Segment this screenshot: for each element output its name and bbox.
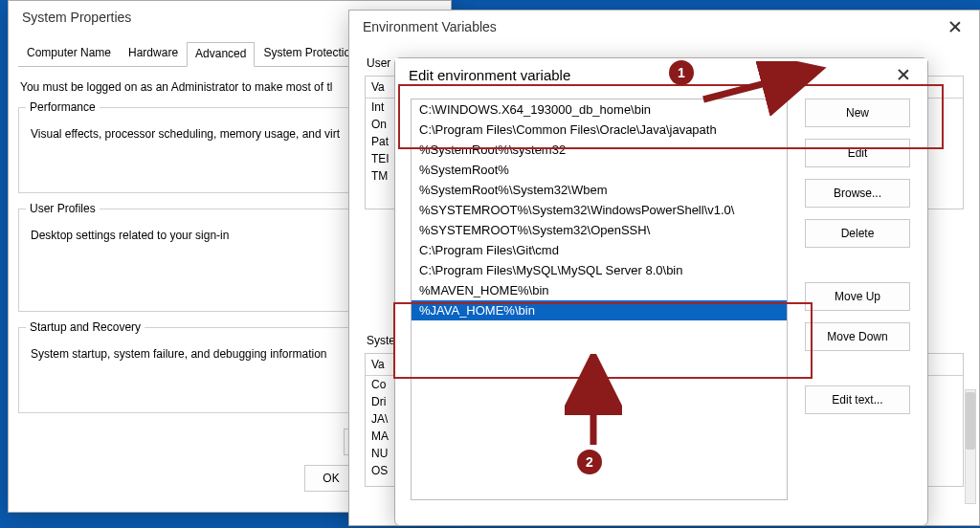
list-item[interactable]: %SystemRoot%\System32\Wbem: [412, 180, 787, 200]
scrollbar[interactable]: [965, 389, 976, 504]
list-item[interactable]: %SystemRoot%\system32: [412, 140, 787, 160]
list-item[interactable]: C:\Program Files\Common Files\Oracle\Jav…: [412, 120, 787, 140]
edit-environment-variable-window: Edit environment variable C:\WINDOWS.X64…: [394, 57, 928, 526]
user-profiles-group-title: User Profiles: [26, 202, 100, 215]
list-item[interactable]: %JAVA_HOME%\bin: [412, 300, 787, 320]
close-icon[interactable]: [939, 13, 971, 40]
startup-recovery-group-title: Startup and Recovery: [26, 320, 145, 334]
list-item[interactable]: C:\Program Files\Git\cmd: [412, 240, 787, 260]
close-icon[interactable]: [887, 61, 920, 88]
list-item[interactable]: C:\WINDOWS.X64_193000_db_home\bin: [412, 99, 787, 120]
edit-variable-titlebar[interactable]: Edit environment variable: [395, 58, 927, 91]
list-item[interactable]: C:\Program Files\MySQL\MySQL Server 8.0\…: [412, 260, 787, 280]
list-item[interactable]: %SYSTEMROOT%\System32\OpenSSH\: [412, 220, 787, 240]
edit-text-button[interactable]: Edit text...: [805, 385, 910, 414]
environment-variables-title: Environment Variables: [363, 19, 497, 34]
edit-button[interactable]: Edit: [805, 139, 910, 167]
list-item[interactable]: %SYSTEMROOT%\System32\WindowsPowerShell\…: [412, 200, 787, 220]
list-item[interactable]: %MAVEN_HOME%\bin: [412, 280, 787, 300]
edit-variable-button-column: New Edit Browse... Delete Move Up Move D…: [805, 99, 910, 500]
list-item[interactable]: %SystemRoot%: [412, 160, 787, 180]
system-properties-title: System Properties: [22, 10, 131, 25]
delete-button[interactable]: Delete: [805, 219, 910, 248]
path-list[interactable]: C:\WINDOWS.X64_193000_db_home\bin C:\Pro…: [411, 99, 788, 500]
edit-variable-body: C:\WINDOWS.X64_193000_db_home\bin C:\Pro…: [395, 91, 927, 517]
tab-hardware[interactable]: Hardware: [120, 41, 187, 66]
environment-variables-titlebar[interactable]: Environment Variables: [349, 11, 979, 43]
tab-computer-name[interactable]: Computer Name: [18, 41, 120, 66]
move-up-button[interactable]: Move Up: [805, 282, 910, 311]
callout-1: 1: [669, 60, 694, 85]
move-down-button[interactable]: Move Down: [805, 322, 910, 351]
edit-variable-title: Edit environment variable: [409, 67, 570, 83]
callout-2: 2: [577, 450, 602, 474]
new-button[interactable]: New: [805, 99, 910, 127]
performance-group-title: Performance: [26, 100, 100, 114]
tab-advanced[interactable]: Advanced: [187, 42, 255, 67]
browse-button[interactable]: Browse...: [805, 179, 910, 208]
